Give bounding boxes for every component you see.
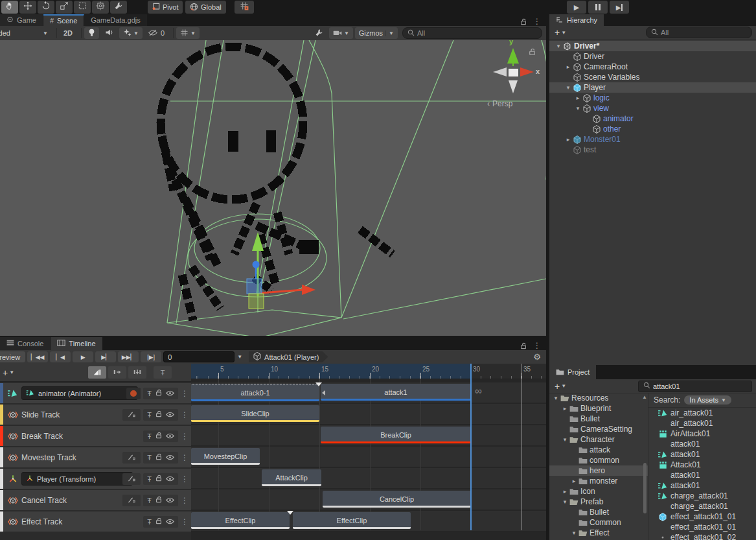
project-result-item[interactable]: effect_attack01_01 — [648, 522, 756, 532]
timeline-track-header[interactable]: Player (Transform)⊙Ŧ⋮ — [0, 469, 191, 489]
rect-tool-button[interactable] — [74, 1, 91, 14]
project-folder-item[interactable]: hero — [549, 465, 648, 476]
curves-button[interactable] — [122, 409, 141, 421]
lock-icon[interactable] — [155, 496, 162, 504]
tab-game[interactable]: Game — [0, 14, 43, 26]
chevron-down-icon[interactable]: ▾ — [561, 499, 569, 505]
hierarchy-search-input[interactable] — [661, 29, 747, 36]
chevron-down-icon[interactable]: ▾ — [561, 436, 569, 443]
gear-icon[interactable]: ⚙ — [533, 352, 541, 362]
tab-hierarchy[interactable]: Hierarchy — [549, 14, 604, 26]
grid-visibility-dropdown[interactable]: ▼ — [176, 27, 200, 39]
marker-toggle-button[interactable]: Ŧ — [154, 366, 172, 379]
project-result-item[interactable]: attack01 — [648, 480, 756, 491]
hierarchy-item[interactable]: ▸CameraRoot — [549, 62, 756, 72]
timeline-track-lane[interactable]: BreakClip — [191, 425, 546, 445]
timeline-lanes[interactable]: 5101520253035 attack0-1attack1∞SlideClip… — [191, 364, 546, 540]
timeline-clip[interactable]: EffectClip — [293, 512, 411, 529]
scene-search[interactable] — [402, 27, 542, 39]
tab-console[interactable]: Console — [0, 337, 51, 350]
hierarchy-item[interactable]: other — [549, 124, 756, 134]
timeline-track-header[interactable]: Movestep TrackŦ⋮ — [0, 447, 191, 467]
timeline-track-lane[interactable]: attack0-1attack1∞ — [191, 382, 546, 403]
scale-tool-button[interactable] — [56, 1, 73, 14]
project-folder-item[interactable]: ▾Character — [549, 434, 648, 445]
timeline-track-header[interactable]: Slide TrackŦ⋮ — [0, 405, 191, 425]
timeline-track-header[interactable]: Effect TrackŦ⋮ — [0, 511, 191, 532]
timeline-track-lane[interactable]: SlideClip — [191, 404, 546, 424]
project-folder-item[interactable]: Bullet — [549, 507, 648, 517]
replace-mode-button[interactable] — [128, 366, 146, 379]
pivot-toggle-button[interactable]: Pivot — [148, 1, 183, 14]
chevron-down-icon[interactable]: ▾ — [552, 395, 560, 401]
project-result-item[interactable]: attack01 — [648, 470, 756, 480]
timeline-track-lane[interactable]: AttackClip — [191, 468, 546, 488]
project-folder-item[interactable]: Common — [549, 517, 648, 528]
project-search-input[interactable] — [653, 382, 747, 390]
pin-icon[interactable]: Ŧ — [147, 497, 152, 504]
track-menu-icon[interactable]: ⋮ — [181, 389, 189, 398]
tab-project[interactable]: Project — [549, 365, 597, 379]
chevron-right-icon[interactable]: ▸ — [570, 478, 578, 484]
project-result-item[interactable]: charge_attack01 — [648, 501, 756, 511]
scene-search-input[interactable] — [417, 29, 537, 37]
timeline-breadcrumb[interactable]: Attack01 (Player) — [249, 351, 328, 362]
create-object-button[interactable]: +▼ — [552, 27, 569, 38]
pin-icon[interactable]: Ŧ — [147, 518, 152, 526]
gizmo-unlock-icon[interactable] — [529, 48, 536, 56]
scene-visibility-button[interactable]: 0 — [144, 27, 168, 39]
lock-icon[interactable] — [155, 517, 162, 526]
curves-button[interactable] — [122, 452, 141, 464]
project-folder-item[interactable]: ▾Prefab — [549, 497, 648, 507]
add-track-button[interactable]: +▼ — [0, 368, 17, 378]
hierarchy-item[interactable]: ▸Monster01 — [549, 134, 756, 145]
lighting-toggle-button[interactable] — [84, 27, 99, 39]
pin-icon[interactable]: Ŧ — [147, 411, 152, 419]
project-folder-item[interactable]: common — [549, 455, 648, 465]
pin-icon[interactable]: Ŧ — [147, 454, 152, 462]
project-result-item[interactable]: attack01 — [648, 449, 756, 460]
project-result-item[interactable]: air_attack01 — [648, 408, 756, 418]
audio-toggle-button[interactable] — [101, 27, 117, 39]
mix-mode-button[interactable] — [88, 366, 106, 379]
scroll-up-icon[interactable]: ▲ — [642, 394, 647, 400]
panel-menu-icon[interactable]: ⋮ — [533, 341, 541, 350]
track-menu-icon[interactable]: ⋮ — [181, 410, 189, 419]
timeline-playhead[interactable] — [470, 364, 472, 530]
tab-scene[interactable]: #Scene — [43, 14, 84, 26]
scene-camera-tools-button[interactable] — [311, 27, 327, 39]
chevron-right-icon[interactable]: ▸ — [561, 488, 569, 495]
gizmos-dropdown[interactable]: Gizmos▼ — [355, 27, 398, 39]
project-result-item[interactable]: effect_attack01_01 — [648, 511, 756, 522]
hand-tool-button[interactable] — [1, 1, 18, 14]
shading-dropdown[interactable]: Shaded▼ — [0, 27, 52, 39]
project-folder-item[interactable]: ▾Resources — [549, 393, 648, 403]
timeline-track-header[interactable]: Break TrackŦ⋮ — [0, 426, 191, 446]
hierarchy-search[interactable] — [646, 27, 752, 38]
hierarchy-item[interactable]: Driver — [549, 51, 756, 62]
pause-button[interactable] — [588, 1, 608, 14]
hierarchy-item[interactable]: animator — [549, 113, 756, 124]
track-binding-field[interactable]: animator (Animator)⊙ — [21, 386, 138, 400]
eye-icon[interactable] — [166, 390, 174, 397]
play-button[interactable]: ▶ — [567, 1, 586, 14]
effects-dropdown[interactable]: ▼ — [119, 27, 143, 39]
eye-icon[interactable] — [166, 518, 174, 526]
hierarchy-item[interactable]: ▾Driver* — [549, 41, 756, 51]
unlock-icon[interactable] — [520, 342, 527, 349]
timeline-play-button[interactable]: ▶ — [73, 351, 93, 362]
project-folder-item[interactable]: CameraSetting — [549, 424, 648, 434]
timeline-clip[interactable]: attack0-1 — [191, 384, 319, 401]
lock-icon[interactable] — [155, 475, 162, 483]
axis-x-label[interactable]: x — [536, 67, 540, 75]
hierarchy-item[interactable]: Scene Variables — [549, 72, 756, 82]
timeline-track-header[interactable]: animator (Animator)⊙Ŧ⋮ — [0, 383, 191, 403]
chevron-right-icon[interactable]: ▸ — [564, 64, 572, 70]
timeline-clip[interactable]: attack1 — [321, 384, 471, 401]
track-binding-field[interactable]: Player (Transform)⊙ — [21, 472, 133, 486]
search-scope-dropdown[interactable]: In Assets▼ — [684, 395, 731, 405]
track-menu-icon[interactable]: ⋮ — [181, 496, 189, 505]
tab-gamedata[interactable]: GameData.gdjs — [84, 14, 147, 26]
hierarchy-item[interactable]: ▾Player — [549, 82, 756, 93]
timeline-clip[interactable]: CancelClip — [323, 491, 471, 508]
